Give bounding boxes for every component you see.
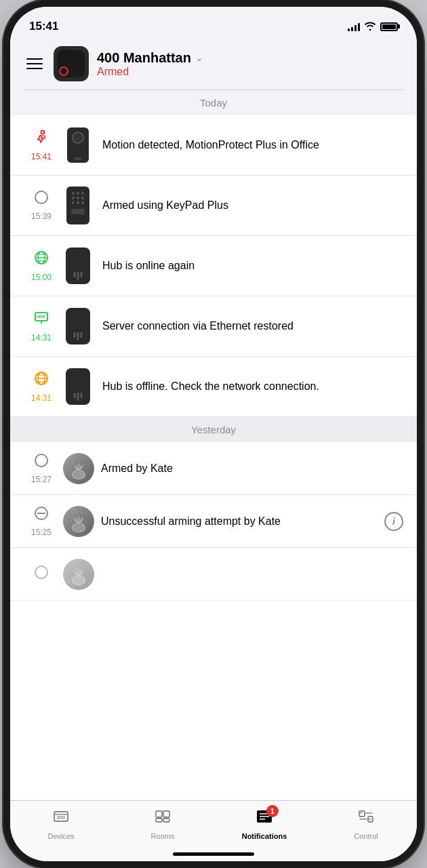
notif-time-icon-5: 14:31	[24, 370, 59, 403]
circle-icon	[34, 190, 49, 209]
notif-time-icon-4: 14:31	[24, 310, 59, 342]
notif-time-icon-7: 15:25	[24, 506, 59, 537]
nav-label-devices: Devices	[47, 832, 74, 840]
nav-item-notifications[interactable]: 1 Notifications	[214, 808, 315, 840]
notif-time-5: 14:31	[31, 393, 52, 403]
notif-time-3: 15:00	[31, 273, 52, 282]
circle-icon-3	[34, 565, 49, 584]
notif-time-icon-6: 15:27	[24, 453, 59, 484]
ethernet-icon	[33, 310, 49, 330]
control-icon	[357, 808, 375, 829]
svg-point-41	[73, 576, 85, 585]
nav-label-control: Control	[354, 832, 378, 840]
notification-item[interactable]: 14:31 Hub is offline. Check the network …	[10, 357, 417, 417]
location-row[interactable]: 400 Manhattan ⌄	[97, 50, 403, 66]
notification-item[interactable]: 15:27 Armed by Kate	[10, 442, 417, 495]
motion-sensor-image	[63, 125, 93, 165]
svg-point-19	[35, 454, 47, 467]
info-button[interactable]: i	[384, 512, 403, 531]
svg-rect-8	[35, 313, 47, 321]
svg-rect-46	[156, 811, 162, 817]
svg-rect-54	[359, 811, 365, 816]
notification-badge: 1	[266, 805, 279, 817]
svg-point-35	[73, 524, 85, 532]
motion-icon	[33, 129, 49, 149]
globe-online-icon	[33, 250, 49, 270]
block-icon	[34, 506, 49, 525]
menu-button[interactable]	[24, 56, 45, 72]
svg-point-40	[77, 569, 81, 574]
section-today: Today	[10, 90, 417, 115]
notif-time-6: 15:27	[31, 475, 52, 484]
user-avatar-kate-2	[63, 506, 94, 537]
notif-time-4: 14:31	[31, 333, 52, 342]
notif-time-2: 15:39	[31, 212, 52, 221]
header-text: 400 Manhattan ⌄ Armed	[97, 50, 403, 78]
nav-item-rooms[interactable]: Rooms	[112, 808, 214, 840]
globe-offline-icon	[33, 370, 49, 391]
notifications-icon: 1	[256, 808, 273, 829]
notification-item[interactable]: 15:00 Hub is online again	[10, 236, 417, 296]
status-icons	[348, 21, 398, 33]
location-name: 400 Manhattan	[97, 50, 191, 66]
notif-text-7: Unsuccessful arming attempt by Kate	[101, 514, 384, 529]
svg-rect-49	[163, 818, 169, 822]
svg-point-34	[77, 516, 81, 521]
keypad-image	[63, 185, 93, 226]
status-time: 15:41	[29, 20, 58, 33]
nav-label-notifications: Notifications	[242, 832, 287, 840]
hub-status-dot	[59, 66, 68, 76]
notif-time-icon-1: 15:41	[24, 129, 59, 161]
notification-item[interactable]: 15:25 Unsuccessful arming attempt by Kat…	[10, 495, 417, 548]
wifi-icon	[364, 21, 376, 33]
svg-point-2	[35, 191, 47, 203]
arm-status: Armed	[97, 66, 403, 78]
nav-item-control[interactable]: Control	[315, 808, 417, 840]
section-yesterday: Yesterday	[10, 417, 417, 442]
svg-point-1	[41, 131, 45, 134]
svg-point-26	[73, 471, 85, 479]
signal-icon	[348, 22, 360, 31]
notif-text-4: Server connection via Ethernet restored	[102, 319, 403, 334]
svg-rect-42	[54, 812, 68, 821]
hub-image-3	[63, 366, 93, 407]
status-bar: 15:41	[10, 7, 417, 41]
nav-label-rooms: Rooms	[151, 832, 175, 840]
user-avatar-kate-3	[63, 559, 94, 590]
notif-text-6: Armed by Kate	[101, 461, 403, 476]
svg-point-36	[35, 566, 47, 578]
notif-time-icon-3: 15:00	[24, 250, 59, 282]
nav-item-devices[interactable]: Devices	[10, 808, 112, 840]
notif-time-icon-2: 15:39	[24, 190, 59, 221]
notif-text-5: Hub is offline. Check the network connec…	[102, 379, 403, 394]
rooms-icon	[154, 808, 171, 829]
battery-icon	[380, 22, 398, 31]
notif-text-3: Hub is online again	[102, 258, 403, 273]
hub-image-2	[63, 306, 93, 347]
svg-rect-47	[163, 811, 169, 817]
notification-item[interactable]: 15:39 Armed using KeyPad Plus	[10, 176, 417, 236]
notif-time-7: 15:25	[31, 528, 52, 537]
notif-time-icon-8	[24, 565, 59, 584]
devices-icon	[52, 808, 70, 829]
hub-avatar	[54, 46, 89, 81]
notification-item[interactable]: 15:41 Motion detected, MotionProtect Plu…	[10, 115, 417, 176]
notification-item[interactable]: 14:31 Server connection via Ethernet res…	[10, 296, 417, 357]
home-indicator	[173, 852, 254, 856]
notifications-list: Today 15:41 Motion dete	[10, 90, 417, 808]
notif-time-1: 15:41	[31, 152, 52, 161]
circle-icon-2	[34, 453, 49, 472]
svg-rect-45	[62, 816, 64, 818]
user-avatar-kate-1	[63, 453, 94, 484]
location-chevron-icon: ⌄	[195, 52, 203, 63]
hub-image-1	[63, 245, 93, 286]
svg-point-25	[77, 463, 81, 468]
svg-rect-44	[58, 816, 60, 818]
svg-rect-48	[156, 818, 162, 822]
notif-text-2: Armed using KeyPad Plus	[102, 198, 403, 213]
notif-text-1: Motion detected, MotionProtect Plus in O…	[102, 138, 403, 153]
notification-item[interactable]	[10, 548, 417, 601]
header: 400 Manhattan ⌄ Armed	[10, 41, 417, 90]
phone-frame: 15:41	[10, 7, 417, 861]
